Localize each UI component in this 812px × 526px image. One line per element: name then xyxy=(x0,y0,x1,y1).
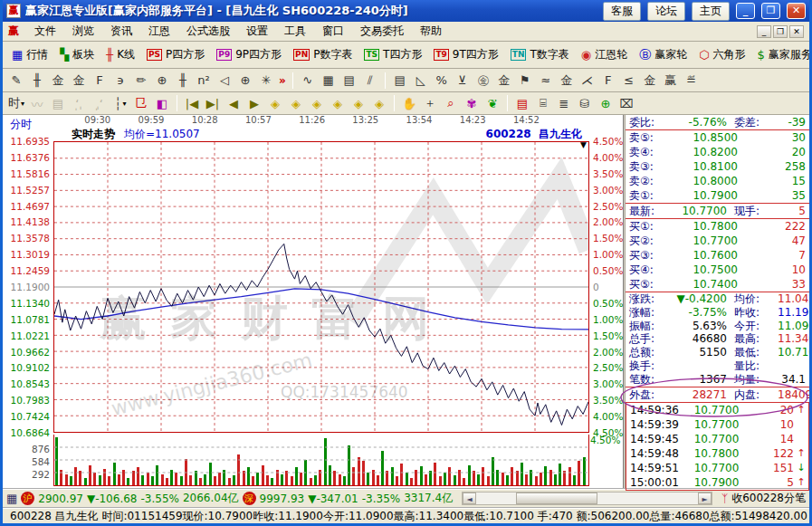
winner-wheel-button[interactable]: Ⓑ赢家轮 xyxy=(634,44,693,65)
colored-chart-icon[interactable]: ◧ xyxy=(152,94,172,112)
pan-tool-icon[interactable]: ✋ xyxy=(399,94,419,112)
menu-item-7[interactable]: 工具 xyxy=(276,22,314,41)
gann-wheel-button[interactable]: ◉江恩轮 xyxy=(576,44,633,65)
drawing-tool-c3-icon[interactable]: % xyxy=(432,72,452,90)
scrollbar-track[interactable] xyxy=(476,493,698,504)
menu-item-2[interactable]: 浏览 xyxy=(64,22,102,41)
menu-item-5[interactable]: 公式选股 xyxy=(178,22,238,41)
buy-level-1[interactable]: 买①:10.7800222 xyxy=(626,219,809,234)
save-icon[interactable]: ⛁ xyxy=(575,94,595,112)
horizontal-scrollbar[interactable]: ◄ ► xyxy=(462,492,712,505)
drawing-tool-4-icon[interactable]: 金 xyxy=(69,72,89,90)
sell-level-2[interactable]: 卖②:10.800015 xyxy=(626,174,809,188)
menu-item-10[interactable]: 帮助 xyxy=(412,22,450,41)
drawing-tool-b4-icon[interactable]: ⫽ xyxy=(360,72,380,90)
step-back-icon[interactable]: ◀ xyxy=(224,94,244,112)
sell-level-1[interactable]: 卖①:10.790035 xyxy=(626,188,809,203)
9t-square-button[interactable]: T99T四方形 xyxy=(428,44,503,65)
buy-level-4[interactable]: 买④:10.750010 xyxy=(626,263,809,277)
drawing-tool-b2-icon[interactable]: ▦ xyxy=(319,72,339,90)
buy-level-2[interactable]: 买②:10.770047 xyxy=(626,234,809,248)
sell-level-5[interactable]: 卖⑤:10.850030 xyxy=(626,130,809,145)
go-last-icon[interactable]: ▶| xyxy=(203,94,223,112)
crosshair-tool-icon[interactable]: ＋ xyxy=(420,94,440,112)
drawing-tool-10-icon[interactable]: n² xyxy=(194,72,214,90)
drawing-tool-c4-icon[interactable]: ⊻ xyxy=(453,72,473,90)
zoom-h-icon[interactable]: ◈ xyxy=(307,94,327,112)
drawing-tool-c2-icon[interactable]: ◺ xyxy=(411,72,431,90)
toolbar-overflow-chevron[interactable]: » xyxy=(279,74,286,87)
close-button[interactable]: ✕ xyxy=(787,3,806,19)
hexagon-button[interactable]: ⬡六角形 xyxy=(693,44,750,65)
mdi-close-button[interactable]: ✕ xyxy=(789,25,804,38)
drawing-tool-c1-icon[interactable]: ▤ xyxy=(390,72,410,90)
drawing-tool-c12-icon[interactable]: ≤ xyxy=(619,72,639,90)
zoom-right-icon[interactable]: ◈ xyxy=(286,94,306,112)
drawing-tool-13-icon[interactable]: ✳ xyxy=(256,72,276,90)
calculator-icon[interactable]: ⌸ xyxy=(533,94,553,112)
drawing-tool-c9-icon[interactable]: 金 xyxy=(557,72,577,90)
quotes-grid-icon[interactable]: ▦ xyxy=(6,492,17,505)
winner-service-button[interactable]: $赢家服务 xyxy=(752,44,812,65)
drawing-tool-c5-icon[interactable]: ㊎ xyxy=(473,72,493,90)
magnify-tool-icon[interactable]: ⌕ xyxy=(441,94,461,112)
mdi-restore-button[interactable]: ❐ xyxy=(773,25,788,38)
menu-item-3[interactable]: 资讯 xyxy=(102,22,140,41)
drawing-tool-7-icon[interactable]: ✏ xyxy=(131,72,151,90)
menu-item-6[interactable]: 设置 xyxy=(238,22,276,41)
zoom-out-icon[interactable]: ◈ xyxy=(349,94,368,112)
homepage-button[interactable]: 主页 xyxy=(692,2,730,21)
zoom-left-icon[interactable]: ◈ xyxy=(265,94,285,112)
menu-item-9[interactable]: 交易委托 xyxy=(352,22,412,41)
scroll-right-button[interactable]: ► xyxy=(698,493,712,504)
zoom-all-icon[interactable]: ◈ xyxy=(369,94,389,112)
leaf-tool-icon[interactable]: ❦ xyxy=(482,94,502,112)
intraday-chart[interactable]: 分时 09:3009:5910:2810:5711:2613:2513:5414… xyxy=(3,115,625,488)
notes-icon[interactable]: ≣ xyxy=(554,94,574,112)
buy-level-3[interactable]: 买③:10.76007 xyxy=(626,248,809,263)
drawing-tool-3-icon[interactable]: 金 xyxy=(48,72,68,90)
customer-service-button[interactable]: 客服 xyxy=(603,2,641,21)
drawing-tool-11-icon[interactable]: ◁ xyxy=(215,72,234,90)
marker-tool-icon[interactable]: 㔾 xyxy=(131,94,151,112)
drawing-tool-1-icon[interactable]: ✎ xyxy=(6,72,26,90)
buy-level-5[interactable]: 买⑤:10.740033 xyxy=(626,277,809,292)
t-square-button[interactable]: TST四方形 xyxy=(358,44,427,65)
menu-item-8[interactable]: 窗口 xyxy=(314,22,352,41)
flower-tool-icon[interactable]: ✾ xyxy=(462,94,482,112)
drawing-tool-c8-icon[interactable]: ≈ xyxy=(536,72,556,90)
step-forward-icon[interactable]: ▶ xyxy=(244,94,264,112)
menu-item-1[interactable]: 文件 xyxy=(26,22,64,41)
drawing-tool-c14-icon[interactable]: 赢 xyxy=(661,72,681,90)
volume-plot[interactable] xyxy=(53,435,589,486)
zoom-in-icon[interactable]: ◈ xyxy=(328,94,348,112)
drawing-tool-c11-icon[interactable]: F xyxy=(598,72,618,90)
menu-item-4[interactable]: 江恩 xyxy=(140,22,178,41)
network-icon[interactable]: ⊕ xyxy=(596,94,616,112)
drawing-tool-5-icon[interactable]: F xyxy=(90,72,110,90)
drawing-tool-c10-icon[interactable]: ⋌ xyxy=(578,72,597,90)
go-first-icon[interactable]: |◀ xyxy=(182,94,202,112)
maximize-button[interactable]: ❐ xyxy=(761,3,780,19)
sectors-button[interactable]: ▚板块 xyxy=(54,44,100,65)
drawing-tool-b1-icon[interactable]: ∿ xyxy=(298,72,318,90)
minimize-button[interactable]: _ xyxy=(736,3,755,19)
quotes-button[interactable]: ▦行情 xyxy=(6,44,53,65)
sell-level-4[interactable]: 卖④:10.820020 xyxy=(626,145,809,159)
period-selector-icon[interactable]: 时 xyxy=(6,94,26,112)
price-plot[interactable]: ▼ 赢家财富网 www.yingjia360.com QQ:1731457640 xyxy=(53,141,589,433)
drawing-tool-6-icon[interactable]: ϶ xyxy=(110,72,130,90)
drawing-tool-c15-icon[interactable]: ≝ xyxy=(682,72,702,90)
drawing-tool-12-icon[interactable]: ⊕ xyxy=(235,72,255,90)
drawing-tool-c7-icon[interactable]: ⚑ xyxy=(515,72,535,90)
remote-pc-icon[interactable]: ⌧ xyxy=(616,94,636,112)
drawing-tool-9-icon[interactable]: ╫ xyxy=(173,72,193,90)
t-digit-table-button[interactable]: TNT数字表 xyxy=(505,44,575,65)
drawing-tool-c6-icon[interactable]: 金 xyxy=(494,72,514,90)
drawing-tool-c13-icon[interactable]: 金 xyxy=(640,72,660,90)
scroll-left-button[interactable]: ◄ xyxy=(463,493,476,504)
kline-button[interactable]: ╫K线 xyxy=(100,44,140,65)
p-square-button[interactable]: PSP四方形 xyxy=(141,44,210,65)
mdi-minimize-button[interactable]: _ xyxy=(757,25,771,38)
sell-level-3[interactable]: 卖③:10.8100258 xyxy=(626,159,809,174)
